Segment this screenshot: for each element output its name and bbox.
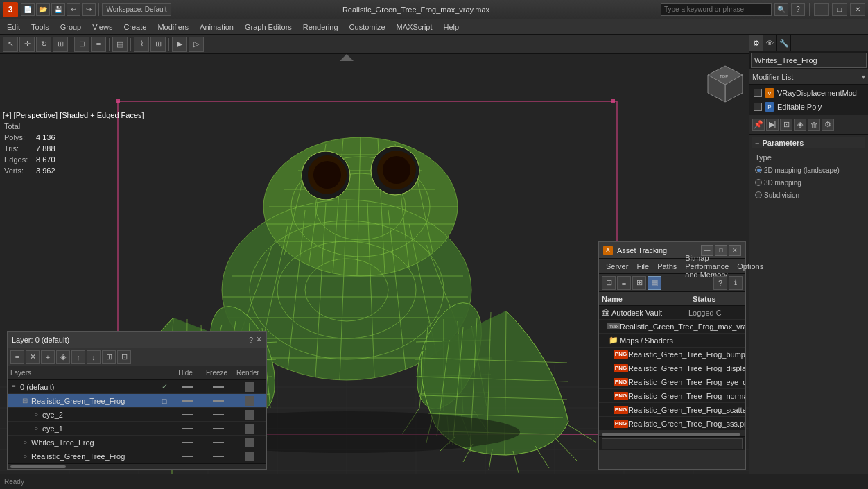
layer-tool-6[interactable]: ⊡ [117,350,131,364]
radio-subdiv[interactable]: Subdivision [755,191,799,199]
layer-tool-sel[interactable]: ◈ [56,350,70,364]
search-input[interactable] [661,3,772,16]
maximize-button[interactable]: □ [832,3,847,16]
asset-row-normal[interactable]: PNG Realistic_Green_Tree_Frog_normal.png… [599,389,745,403]
isolate-btn[interactable]: ⊡ [780,119,792,131]
menu-animation[interactable]: Animation [194,19,239,35]
asset-menu-bitmap-perf[interactable]: Bitmap Performance and Memory [681,259,733,274]
show-end-btn[interactable]: ▶| [766,119,779,131]
layer-row-0[interactable]: ≡ 0 (default) ✓ [8,380,266,394]
layer-mgr[interactable]: ▤ [112,37,128,52]
curve-editor[interactable]: ⌇ [134,37,149,52]
navigation-cube[interactable]: TOP [704,62,746,104]
layer-tool-down[interactable]: ↓ [87,350,101,364]
rotate-tool[interactable]: ↻ [36,37,51,52]
rpanel-tab-display[interactable]: 👁 [763,35,777,51]
open-btn[interactable]: 📂 [36,3,50,16]
menu-views[interactable]: Views [87,19,118,35]
asset-tb-help[interactable]: ? [713,276,727,290]
search-icon[interactable]: 🔍 [774,3,788,16]
align-tool[interactable]: ≡ [91,37,106,52]
scale-tool[interactable]: ⊞ [53,37,68,52]
rpanel-tab-modify[interactable]: ⚙ [749,35,763,51]
layer-tool-1[interactable]: ≡ [10,350,24,364]
menu-tools[interactable]: Tools [26,19,55,35]
make-unique-btn[interactable]: ◈ [794,119,806,131]
menu-graph-editors[interactable]: Graph Editors [239,19,297,35]
layer-panel-close[interactable]: ✕ [256,335,262,344]
new-btn[interactable]: 📄 [21,3,35,16]
menu-help[interactable]: Help [438,19,465,35]
asset-menu-file[interactable]: File [632,259,653,274]
layer-tool-5[interactable]: ⊞ [102,350,116,364]
menu-modifiers[interactable]: Modifiers [152,19,194,35]
object-name-field[interactable]: Whites_Tree_Frog [751,53,867,68]
quick-render[interactable]: ▷ [189,37,204,52]
layer-row-4[interactable]: ○ Whites_Tree_Frog [8,436,266,449]
modifier-checkbox-vray[interactable] [754,89,762,97]
type-option-2d[interactable]: 2D mapping (landscape) [752,164,865,176]
menu-rendering[interactable]: Rendering [297,19,344,35]
modifier-checkbox-poly[interactable] [754,103,762,111]
pin-btn[interactable]: 📌 [752,119,765,131]
layer-tool-add[interactable]: + [41,350,55,364]
modifier-item-vray[interactable]: V VRayDisplacementMod [751,86,867,100]
schematic[interactable]: ⊞ [150,37,166,52]
menu-edit[interactable]: Edit [1,19,26,35]
asset-menu-server[interactable]: Server [602,259,632,274]
asset-menu-paths[interactable]: Paths [653,259,681,274]
help-btn[interactable]: ? [791,3,805,16]
radio-3d[interactable]: 3D mapping [755,179,801,187]
menu-customize[interactable]: Customize [344,19,391,35]
asset-row-bump[interactable]: PNG Realistic_Green_Tree_Frog_bump.png F… [599,348,745,361]
asset-menu-options[interactable]: Options [733,259,767,274]
asset-row-maps[interactable]: 📁 Maps / Shaders [599,334,745,348]
redo-btn[interactable]: ↪ [82,3,96,16]
select-tool[interactable]: ↖ [3,37,18,52]
asset-row-eye-diffuse[interactable]: PNG Realistic_Green_Tree_Frog_eye_diffus… [599,375,745,389]
asset-row-max[interactable]: max Realistic_Green_Tree_Frog_max_vray.m… [599,320,745,334]
close-button[interactable]: ✕ [850,3,865,16]
type-option-3d[interactable]: 3D mapping [752,176,865,189]
layer-row-5[interactable]: ○ Realistic_Green_Tree_Frog [8,449,266,463]
asset-tb-btn1[interactable]: ⊡ [602,276,616,290]
asset-scroll-thumb[interactable] [602,433,740,436]
mirror-tool[interactable]: ⊟ [74,37,89,52]
asset-row-scatter[interactable]: PNG Realistic_Green_Tree_Frog_scatter.pn… [599,403,745,417]
asset-row-vault[interactable]: 🏛 Autodesk Vault Logged C [599,306,745,320]
layer-tool-up[interactable]: ↑ [71,350,85,364]
layer-scroll-thumb[interactable] [10,465,66,468]
layer-panel-header[interactable]: Layer: 0 (default) ? ✕ [8,332,266,348]
save-btn[interactable]: 💾 [51,3,65,16]
configure-btn[interactable]: ⚙ [822,119,834,131]
asset-row-sss[interactable]: PNG Realistic_Green_Tree_Frog_sss.png Fo… [599,417,745,431]
menu-create[interactable]: Create [118,19,152,35]
delete-mod-btn[interactable]: 🗑 [808,119,820,131]
asset-tb-btn4[interactable]: ▤ [648,276,661,290]
asset-tb-info[interactable]: ℹ [729,276,743,290]
undo-btn[interactable]: ↩ [67,3,80,16]
move-tool[interactable]: ✛ [19,37,35,52]
asset-panel-close[interactable]: ✕ [729,245,741,256]
asset-row-displace[interactable]: PNG Realistic_Green_Tree_Frog_displace.p… [599,361,745,375]
asset-scrollbar[interactable] [599,431,745,436]
layer-row-1[interactable]: ⊟ Realistic_Green_Tree_Frog □ [8,394,266,408]
menu-group[interactable]: Group [55,19,87,35]
type-option-subdiv[interactable]: Subdivision [752,189,865,201]
layer-row-3[interactable]: ○ eye_1 [8,422,266,436]
rpanel-tab-utility[interactable]: 🔧 [777,35,791,51]
layer-row-2[interactable]: ○ eye_2 [8,408,266,422]
render-setup[interactable]: ▶ [172,37,187,52]
modifier-item-poly[interactable]: P Editable Poly [751,100,867,114]
menu-maxscript[interactable]: MAXScript [391,19,438,35]
workspace-dropdown[interactable]: Workspace: Default [102,3,171,16]
minimize-button[interactable]: — [814,3,829,16]
layer-panel-question[interactable]: ? [249,336,253,344]
asset-tb-btn3[interactable]: ⊞ [632,276,646,290]
asset-path-input[interactable] [602,438,743,449]
asset-tb-btn2[interactable]: ≡ [617,276,631,290]
layer-scrollbar[interactable] [8,463,266,469]
radio-2d[interactable]: 2D mapping (landscape) [755,166,840,174]
layer-tool-2[interactable]: ✕ [26,350,40,364]
modifier-dropdown-arrow[interactable]: ▾ [862,73,865,80]
